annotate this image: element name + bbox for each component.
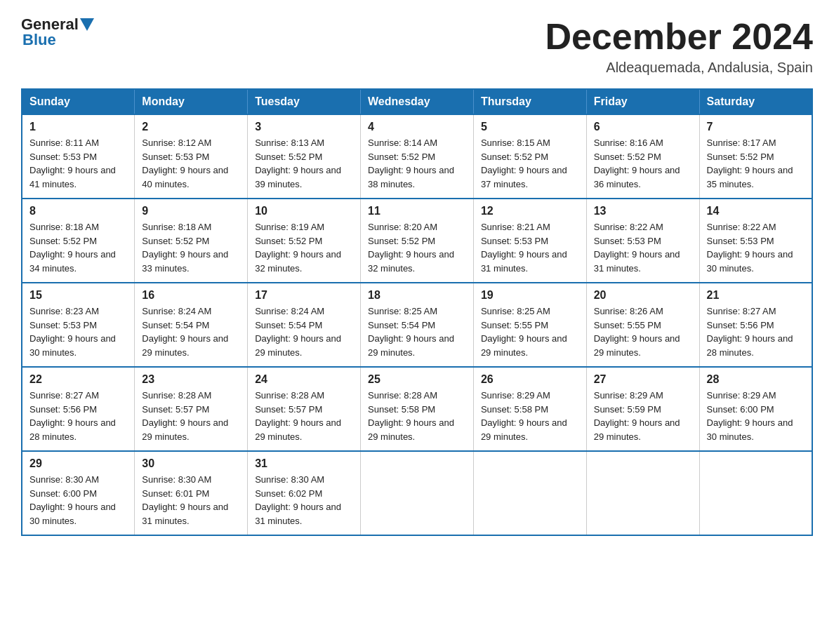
- calendar-cell: 8 Sunrise: 8:18 AMSunset: 5:52 PMDayligh…: [22, 199, 135, 283]
- day-info: Sunrise: 8:28 AMSunset: 5:58 PMDaylight:…: [368, 389, 466, 443]
- day-info: Sunrise: 8:22 AMSunset: 5:53 PMDaylight:…: [594, 220, 692, 275]
- day-info: Sunrise: 8:21 AMSunset: 5:53 PMDaylight:…: [481, 220, 579, 275]
- day-number: 1: [29, 121, 127, 133]
- day-number: 7: [707, 121, 805, 133]
- calendar-cell: 22 Sunrise: 8:27 AMSunset: 5:56 PMDaylig…: [22, 367, 135, 451]
- calendar-cell: 18 Sunrise: 8:25 AMSunset: 5:54 PMDaylig…: [361, 283, 474, 367]
- day-number: 5: [481, 121, 579, 133]
- title-area: December 2024 Aldeaquemada, Andalusia, S…: [545, 17, 813, 76]
- day-number: 2: [142, 121, 240, 133]
- calendar-cell: 23 Sunrise: 8:28 AMSunset: 5:57 PMDaylig…: [135, 367, 248, 451]
- calendar-cell: 17 Sunrise: 8:24 AMSunset: 5:54 PMDaylig…: [248, 283, 361, 367]
- calendar-cell: 5 Sunrise: 8:15 AMSunset: 5:52 PMDayligh…: [473, 114, 586, 199]
- page-header: General Blue December 2024 Aldeaquemada,…: [21, 17, 813, 76]
- day-number: 26: [481, 373, 579, 386]
- day-number: 9: [142, 205, 240, 217]
- calendar-cell: 2 Sunrise: 8:12 AMSunset: 5:53 PMDayligh…: [135, 114, 248, 199]
- day-info: Sunrise: 8:15 AMSunset: 5:52 PMDaylight:…: [481, 136, 579, 191]
- day-info: Sunrise: 8:25 AMSunset: 5:54 PMDaylight:…: [368, 304, 466, 359]
- day-info: Sunrise: 8:29 AMSunset: 6:00 PMDaylight:…: [707, 389, 805, 443]
- header-tuesday: Tuesday: [248, 89, 361, 114]
- day-info: Sunrise: 8:19 AMSunset: 5:52 PMDaylight:…: [255, 220, 353, 275]
- header-saturday: Saturday: [699, 89, 812, 114]
- week-row-1: 1 Sunrise: 8:11 AMSunset: 5:53 PMDayligh…: [22, 114, 812, 199]
- day-number: 18: [368, 289, 466, 302]
- day-number: 4: [368, 121, 466, 133]
- day-info: Sunrise: 8:28 AMSunset: 5:57 PMDaylight:…: [255, 389, 353, 443]
- calendar-header-row: SundayMondayTuesdayWednesdayThursdayFrid…: [22, 89, 812, 114]
- day-number: 23: [142, 373, 240, 386]
- day-info: Sunrise: 8:23 AMSunset: 5:53 PMDaylight:…: [29, 304, 127, 359]
- day-number: 12: [481, 205, 579, 217]
- calendar-cell: 24 Sunrise: 8:28 AMSunset: 5:57 PMDaylig…: [248, 367, 361, 451]
- day-info: Sunrise: 8:27 AMSunset: 5:56 PMDaylight:…: [29, 389, 127, 443]
- calendar-cell: [361, 451, 474, 535]
- day-info: Sunrise: 8:18 AMSunset: 5:52 PMDaylight:…: [142, 220, 240, 275]
- day-number: 17: [255, 289, 353, 302]
- day-number: 28: [707, 373, 805, 386]
- calendar-cell: 16 Sunrise: 8:24 AMSunset: 5:54 PMDaylig…: [135, 283, 248, 367]
- calendar-cell: 25 Sunrise: 8:28 AMSunset: 5:58 PMDaylig…: [361, 367, 474, 451]
- day-info: Sunrise: 8:29 AMSunset: 5:59 PMDaylight:…: [594, 389, 692, 443]
- day-number: 15: [29, 289, 127, 302]
- calendar-cell: [473, 451, 586, 535]
- day-number: 16: [142, 289, 240, 302]
- calendar-cell: 26 Sunrise: 8:29 AMSunset: 5:58 PMDaylig…: [473, 367, 586, 451]
- day-info: Sunrise: 8:14 AMSunset: 5:52 PMDaylight:…: [368, 136, 466, 191]
- calendar-cell: 13 Sunrise: 8:22 AMSunset: 5:53 PMDaylig…: [586, 199, 699, 283]
- calendar-cell: 1 Sunrise: 8:11 AMSunset: 5:53 PMDayligh…: [22, 114, 135, 199]
- week-row-2: 8 Sunrise: 8:18 AMSunset: 5:52 PMDayligh…: [22, 199, 812, 283]
- calendar-cell: 11 Sunrise: 8:20 AMSunset: 5:52 PMDaylig…: [361, 199, 474, 283]
- week-row-5: 29 Sunrise: 8:30 AMSunset: 6:00 PMDaylig…: [22, 451, 812, 535]
- day-number: 13: [594, 205, 692, 217]
- day-info: Sunrise: 8:17 AMSunset: 5:52 PMDaylight:…: [707, 136, 805, 191]
- calendar-cell: [699, 451, 812, 535]
- calendar-cell: 9 Sunrise: 8:18 AMSunset: 5:52 PMDayligh…: [135, 199, 248, 283]
- day-info: Sunrise: 8:25 AMSunset: 5:55 PMDaylight:…: [481, 304, 579, 359]
- day-info: Sunrise: 8:11 AMSunset: 5:53 PMDaylight:…: [29, 136, 127, 191]
- day-info: Sunrise: 8:30 AMSunset: 6:02 PMDaylight:…: [255, 473, 353, 528]
- day-number: 31: [255, 457, 353, 470]
- calendar-table: SundayMondayTuesdayWednesdayThursdayFrid…: [21, 88, 813, 536]
- day-number: 10: [255, 205, 353, 217]
- day-info: Sunrise: 8:27 AMSunset: 5:56 PMDaylight:…: [707, 304, 805, 359]
- day-info: Sunrise: 8:30 AMSunset: 6:00 PMDaylight:…: [29, 473, 127, 528]
- header-sunday: Sunday: [22, 89, 135, 114]
- day-info: Sunrise: 8:24 AMSunset: 5:54 PMDaylight:…: [255, 304, 353, 359]
- calendar-cell: 14 Sunrise: 8:22 AMSunset: 5:53 PMDaylig…: [699, 199, 812, 283]
- day-number: 24: [255, 373, 353, 386]
- calendar-cell: 15 Sunrise: 8:23 AMSunset: 5:53 PMDaylig…: [22, 283, 135, 367]
- logo: General Blue: [21, 17, 95, 49]
- calendar-cell: 3 Sunrise: 8:13 AMSunset: 5:52 PMDayligh…: [248, 114, 361, 199]
- header-thursday: Thursday: [473, 89, 586, 114]
- day-number: 21: [707, 289, 805, 302]
- week-row-3: 15 Sunrise: 8:23 AMSunset: 5:53 PMDaylig…: [22, 283, 812, 367]
- calendar-cell: 31 Sunrise: 8:30 AMSunset: 6:02 PMDaylig…: [248, 451, 361, 535]
- calendar-cell: 29 Sunrise: 8:30 AMSunset: 6:00 PMDaylig…: [22, 451, 135, 535]
- day-number: 3: [255, 121, 353, 133]
- calendar-cell: 21 Sunrise: 8:27 AMSunset: 5:56 PMDaylig…: [699, 283, 812, 367]
- day-info: Sunrise: 8:24 AMSunset: 5:54 PMDaylight:…: [142, 304, 240, 359]
- logo-blue-text: Blue: [21, 31, 56, 49]
- day-number: 6: [594, 121, 692, 133]
- day-number: 29: [29, 457, 127, 470]
- logo-triangle-icon: [80, 18, 94, 31]
- day-number: 8: [29, 205, 127, 217]
- calendar-cell: 12 Sunrise: 8:21 AMSunset: 5:53 PMDaylig…: [473, 199, 586, 283]
- calendar-cell: 10 Sunrise: 8:19 AMSunset: 5:52 PMDaylig…: [248, 199, 361, 283]
- header-friday: Friday: [586, 89, 699, 114]
- day-number: 25: [368, 373, 466, 386]
- day-number: 30: [142, 457, 240, 470]
- calendar-cell: 4 Sunrise: 8:14 AMSunset: 5:52 PMDayligh…: [361, 114, 474, 199]
- day-info: Sunrise: 8:26 AMSunset: 5:55 PMDaylight:…: [594, 304, 692, 359]
- calendar-cell: 19 Sunrise: 8:25 AMSunset: 5:55 PMDaylig…: [473, 283, 586, 367]
- day-number: 22: [29, 373, 127, 386]
- calendar-cell: 7 Sunrise: 8:17 AMSunset: 5:52 PMDayligh…: [699, 114, 812, 199]
- day-info: Sunrise: 8:13 AMSunset: 5:52 PMDaylight:…: [255, 136, 353, 191]
- header-wednesday: Wednesday: [361, 89, 474, 114]
- day-info: Sunrise: 8:12 AMSunset: 5:53 PMDaylight:…: [142, 136, 240, 191]
- calendar-cell: 6 Sunrise: 8:16 AMSunset: 5:52 PMDayligh…: [586, 114, 699, 199]
- calendar-cell: [586, 451, 699, 535]
- header-monday: Monday: [135, 89, 248, 114]
- day-info: Sunrise: 8:28 AMSunset: 5:57 PMDaylight:…: [142, 389, 240, 443]
